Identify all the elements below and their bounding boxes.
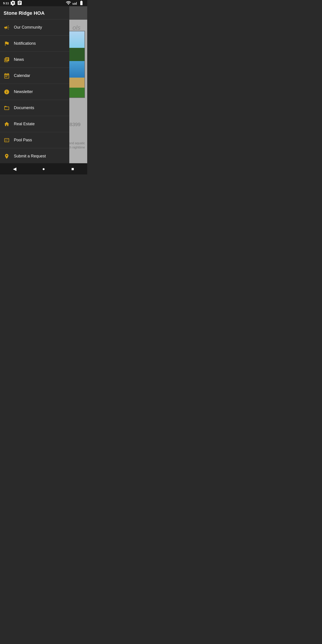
menu-label-notifications: Notifications <box>14 41 36 46</box>
newspaper-icon <box>4 56 10 63</box>
home-icon: ● <box>42 166 45 172</box>
megaphone-icon <box>4 24 10 31</box>
menu-item-notifications[interactable]: Notifications <box>0 36 69 52</box>
menu-label-calendar: Calendar <box>14 73 30 78</box>
back-icon: ◀ <box>13 166 16 172</box>
menu-item-our-community[interactable]: Our Community <box>0 20 69 36</box>
signal-icon <box>72 0 78 6</box>
bg-tools-text: ols <box>72 24 80 31</box>
menu-item-newsletter[interactable]: Newsletter <box>0 84 69 100</box>
info-circle-icon <box>4 89 10 95</box>
menu-label-newsletter: Newsletter <box>14 90 33 94</box>
menu-item-calendar[interactable]: Calendar <box>0 68 69 84</box>
menu-item-news[interactable]: News <box>0 52 69 68</box>
svg-rect-3 <box>5 76 6 77</box>
folder-open-icon <box>4 105 10 111</box>
menu-label-news: News <box>14 57 24 62</box>
menu-label-real-estate: Real Estate <box>14 122 35 126</box>
menu-item-documents[interactable]: Documents <box>0 100 69 116</box>
battery-icon <box>79 0 84 6</box>
svg-rect-1 <box>6 75 7 76</box>
svg-rect-2 <box>8 75 8 76</box>
bottom-navigation: ◀ ● ■ <box>0 163 87 174</box>
clipboard-icon <box>17 0 22 6</box>
id-card-icon <box>4 137 10 143</box>
calendar-icon <box>4 73 10 79</box>
house-icon <box>4 121 10 127</box>
svg-rect-0 <box>5 75 6 76</box>
menu-item-pool-pass[interactable]: Pool Pass <box>0 132 69 148</box>
status-bar: 5:11 <box>0 0 87 6</box>
drawer-header: Stone Ridge HOA <box>0 6 69 20</box>
navigation-drawer: Stone Ridge HOA Our Community Notificati… <box>0 6 69 163</box>
back-button[interactable]: ◀ <box>10 164 19 173</box>
wifi-icon <box>66 0 71 6</box>
menu-item-real-estate[interactable]: Real Estate <box>0 116 69 132</box>
menu-label-documents: Documents <box>14 106 34 110</box>
recents-button[interactable]: ■ <box>68 164 77 173</box>
time-display: 5:11 <box>3 2 9 5</box>
home-button[interactable]: ● <box>39 164 48 173</box>
menu-label-pool-pass: Pool Pass <box>14 138 32 142</box>
location-pin-icon <box>4 153 10 160</box>
app-title: Stone Ridge HOA <box>4 10 44 16</box>
svg-rect-4 <box>6 76 7 77</box>
recents-icon: ■ <box>71 166 74 172</box>
menu-label-our-community: Our Community <box>14 25 42 30</box>
settings-icon <box>10 0 16 6</box>
menu-label-submit-request: Submit a Request <box>14 154 46 158</box>
status-left: 5:11 <box>3 0 22 6</box>
drawer-menu: Our Community Notifications News <box>0 20 69 163</box>
menu-item-submit-request[interactable]: Submit a Request <box>0 148 69 163</box>
flag-icon <box>4 40 10 47</box>
status-right <box>66 0 84 6</box>
